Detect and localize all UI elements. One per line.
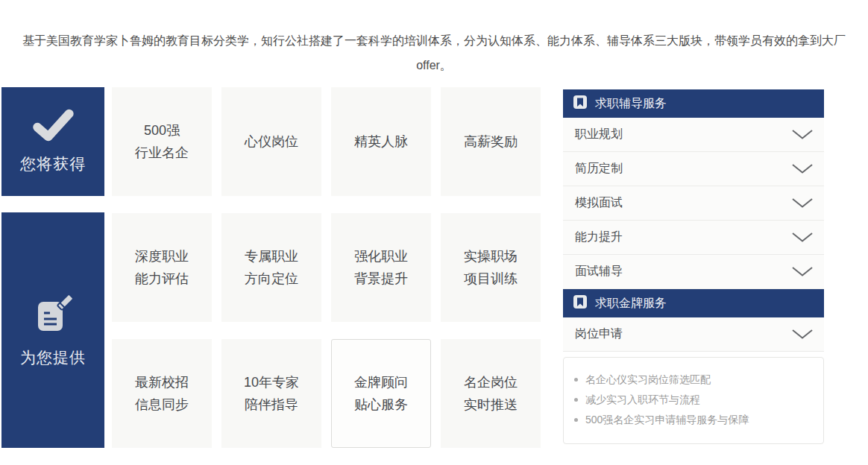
accordion-item-interview-coaching[interactable]: 面试辅导: [563, 255, 824, 289]
card-background-boost: 强化职业 背景提升: [331, 213, 431, 322]
card-gold-consultant: 金牌顾问 贴心服务: [331, 339, 431, 448]
gold-services-bullet-box: 名企心仪实习岗位筛选匹配 减少实习入职环节与流程 500强名企实习申请辅导服务与…: [563, 357, 824, 444]
training-system-section: 基于美国教育学家卜鲁姆的教育目标分类学，知行公社搭建了一套科学的培训体系，分为认…: [0, 0, 868, 465]
bullet-dot: [574, 418, 578, 422]
coaching-services-header: 求职辅导服务: [563, 89, 824, 118]
chevron-down-icon: [791, 163, 814, 174]
accordion-item-job-application[interactable]: 岗位申请: [563, 317, 824, 352]
card-ability-assessment: 深度职业 能力评估: [112, 213, 212, 322]
bullet-dot: [574, 378, 578, 382]
intro-line-2: offer。: [416, 59, 452, 72]
card-campus-recruit-info: 最新校招 信息同步: [112, 339, 212, 448]
card-expert-guidance: 10年专家 陪伴指导: [221, 339, 321, 448]
card-fortune500: 500强 行业名企: [112, 87, 212, 196]
accordion-item-career-planning[interactable]: 职业规划: [563, 118, 824, 152]
left-rail: 您将获得 为您提供: [1, 87, 104, 448]
chevron-down-icon: [791, 197, 814, 209]
card-career-direction: 专属职业 方向定位: [221, 213, 321, 322]
intro-line-1: 基于美国教育学家卜鲁姆的教育目标分类学，知行公社搭建了一套科学的培训体系，分为认…: [22, 34, 846, 47]
bullet-item: 500强名企实习申请辅导服务与保障: [574, 410, 823, 430]
card-high-salary: 高薪奖励: [441, 87, 541, 196]
we-provide-panel: 为您提供: [1, 212, 104, 448]
gold-services-title: 求职金牌服务: [595, 296, 667, 311]
coaching-services-title: 求职辅导服务: [595, 96, 667, 112]
card-desired-position: 心仪岗位: [221, 87, 321, 196]
book-bookmark-icon: [573, 95, 588, 113]
card-job-push: 名企岗位 实时推送: [441, 339, 541, 448]
card-project-training: 实操职场 项目训练: [441, 213, 541, 322]
benefit-cards-grid: 500强 行业名企 心仪岗位 精英人脉 高薪奖励 深度职业 能力评估 专属职业 …: [112, 87, 541, 448]
chevron-down-icon: [791, 266, 814, 277]
card-elite-network: 精英人脉: [331, 87, 431, 196]
bullet-dot: [574, 398, 578, 402]
bullet-item: 减少实习入职环节与流程: [574, 390, 823, 410]
bullet-item: 名企心仪实习岗位筛选匹配: [574, 370, 823, 390]
accordion-item-mock-interview[interactable]: 模拟面试: [563, 186, 824, 221]
chevron-down-icon: [791, 232, 814, 243]
chevron-down-icon: [791, 329, 814, 340]
you-will-gain-panel: 您将获得: [1, 87, 104, 196]
book-bookmark-icon: [573, 294, 588, 312]
edit-note-icon: [31, 292, 75, 338]
rail-provide-label: 为您提供: [20, 347, 86, 368]
chevron-down-icon: [791, 129, 814, 140]
gold-services-header: 求职金牌服务: [563, 289, 824, 317]
intro-paragraph: 基于美国教育学家卜鲁姆的教育目标分类学，知行公社搭建了一套科学的培训体系，分为认…: [0, 28, 868, 78]
services-panel: 求职辅导服务 职业规划 简历定制 模拟面试 能力提升: [563, 89, 824, 444]
accordion-item-ability-improvement[interactable]: 能力提升: [563, 221, 824, 255]
check-icon: [31, 109, 75, 145]
rail-gain-label: 您将获得: [20, 154, 86, 174]
accordion-item-resume-customization[interactable]: 简历定制: [563, 152, 824, 186]
